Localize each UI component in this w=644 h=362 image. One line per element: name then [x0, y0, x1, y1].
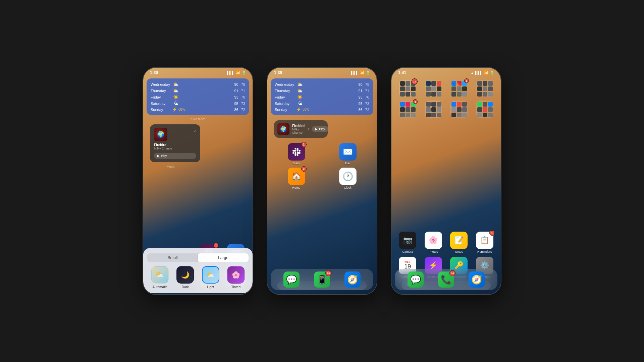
app-photos[interactable]: 🌸 Photos [425, 232, 442, 253]
notes-icon[interactable]: 📝 [450, 232, 468, 249]
weather-row-thu-1: Thursday ⛅ 91 71 [151, 87, 245, 94]
folder-icon-8[interactable] [476, 101, 493, 118]
folder-icon-2[interactable] [425, 80, 442, 97]
weather-day: Wednesday [151, 82, 172, 86]
app-item-home-2[interactable]: 🏠 2 Home [288, 168, 305, 189]
style-automatic[interactable]: ⛅ Automatic [151, 266, 169, 289]
reminders-badge: 1 [489, 230, 495, 236]
mail-icon-2[interactable]: ✉️ [339, 143, 357, 161]
phone3-content: 17 f [391, 76, 501, 293]
size-large-btn[interactable]: Large [198, 253, 249, 262]
music-widget-1[interactable]: 🌍 ♪ Firebird Milky Chance ▶ Play [150, 124, 200, 162]
folder-badge-3: 1 [464, 78, 469, 83]
music-play-button-1[interactable]: ▶ Play [154, 153, 196, 159]
clock-icon-2[interactable]: 🕐 [339, 168, 357, 185]
weather-row-sat-1: Saturday 🌤 95 73 [151, 100, 245, 107]
folder-row-2: 1 [391, 101, 501, 118]
app-reminders[interactable]: 📋 1 Reminders [476, 232, 493, 253]
status-bar-3: 1:41 ▲ ▌▌▌ 📶 🔋 [391, 68, 501, 76]
phone-badge-3: 18 [449, 270, 455, 276]
folder-icon-4[interactable] [476, 80, 493, 97]
folder-1[interactable]: 17 [399, 80, 416, 97]
music-text-2: Firebird Milky Chance [292, 124, 305, 134]
slack-icon-2[interactable]: 1 [288, 143, 305, 161]
folder-icon-1[interactable]: 17 [399, 80, 416, 97]
folder-2[interactable] [425, 80, 442, 97]
wifi-icon-3: 📶 [484, 70, 489, 75]
automatic-label: Automatic [153, 285, 167, 289]
size-small-btn[interactable]: Small [147, 253, 198, 262]
style-tinted[interactable]: 🌸 Tinted [227, 266, 245, 289]
reminders-icon[interactable]: 📋 1 [476, 232, 493, 249]
weather-row-sun-1: Sunday ⚡ 68% 86 72 [151, 107, 245, 112]
app-item-mail-2[interactable]: ✉️ Mail [339, 143, 357, 165]
weather-widget-1[interactable]: Wednesday ⛅ 90 75 Thursday ⛅ 91 71 Frida… [147, 78, 249, 115]
folder-7[interactable] [450, 101, 468, 118]
light-preview[interactable]: ⛅ [202, 266, 219, 284]
app-label-mail-2: Mail [345, 162, 351, 165]
tinted-label: Tinted [231, 285, 240, 289]
folder-6[interactable] [425, 101, 442, 118]
signal-icon-2: ▌▌▌ [351, 71, 358, 75]
app-item-slack-2[interactable]: 1 Slack [288, 143, 305, 165]
weather-temps: 90 75 [234, 82, 246, 86]
music-info-1: Firebird Milky Chance [154, 143, 196, 150]
carrot-label-1: CARROT [143, 118, 253, 121]
music-widget-2[interactable]: 🌍 Firebird Milky Chance ♪ ▶ Play [274, 120, 328, 138]
folder-4[interactable] [476, 80, 493, 97]
style-dark[interactable]: 🌙 Dark [176, 266, 194, 289]
time-2: 1:39 [274, 70, 282, 75]
folder-badge-1: 17 [412, 78, 418, 84]
app-notes[interactable]: 📝 Notes [450, 232, 468, 253]
music-widget-2-container: 🌍 Firebird Milky Chance ♪ ▶ Play [271, 119, 373, 139]
battery-icon-2: 🔋 [366, 71, 370, 75]
style-light[interactable]: ⛅ Light [202, 266, 219, 289]
phone-icon-2[interactable]: 📱 18 [314, 272, 330, 288]
camera-icon[interactable]: 📷 [399, 232, 416, 249]
size-toggle-1[interactable]: Small Large [147, 253, 249, 262]
weather-row-thu-2: Thursday ⛅ 91 71 [275, 87, 369, 94]
status-icons-1: ▌▌▌ 📶 🔋 [227, 70, 246, 75]
album-art-2: 🌍 [277, 123, 289, 135]
app-label-clock-2: Clock [344, 186, 352, 189]
app-label-camera: Camera [402, 250, 413, 253]
photos-icon[interactable]: 🌸 [425, 232, 442, 249]
folder-8[interactable] [476, 101, 493, 118]
folder-icon-3[interactable]: f 1 [450, 80, 468, 97]
weather-widget-2[interactable]: Wednesday ⛅ 90 75 Thursday ⛅ 91 71 Frida… [271, 78, 373, 115]
phone-badge-2: 18 [325, 270, 331, 276]
apps-row-2a: 1 Slack ✉️ Mail [267, 143, 377, 165]
folder-5[interactable]: 1 [399, 101, 416, 118]
folder-icon-7[interactable] [450, 101, 468, 118]
home-icon-2[interactable]: 🏠 2 [288, 168, 305, 185]
weather-row-wed-2: Wednesday ⛅ 90 75 [275, 81, 369, 87]
slack-badge-2: 1 [301, 142, 307, 147]
play-triangle-icon-2: ▶ [315, 127, 318, 131]
messages-icon-2[interactable]: 💬 [283, 272, 300, 288]
folder-icon-6[interactable] [425, 101, 442, 118]
dark-preview[interactable]: 🌙 [176, 266, 194, 284]
dark-label: Dark [182, 285, 189, 289]
app-camera[interactable]: 📷 Camera [399, 232, 416, 253]
weather-row-fri-1: Friday ☀️ 93 70 [151, 94, 245, 100]
folder-icon-5[interactable]: 1 [399, 101, 416, 118]
signal-icon-3: ▌▌▌ [475, 71, 482, 75]
app-label-photos: Photos [429, 250, 438, 253]
app-item-clock-2[interactable]: 🕐 Clock [339, 168, 357, 189]
music-play-button-2[interactable]: ▶ Play [312, 126, 328, 132]
tinted-preview[interactable]: 🌸 [227, 266, 245, 284]
music-artist-2: Milky Chance [292, 128, 305, 134]
location-icon: ▲ [471, 71, 474, 75]
battery-icon-3: 🔋 [490, 71, 494, 75]
wifi-icon-2: 📶 [360, 70, 365, 75]
folder-3[interactable]: f 1 [450, 80, 468, 97]
wifi-icon: 📶 [235, 70, 240, 75]
phone-icon-3[interactable]: 📞 18 [438, 272, 454, 288]
safari-icon-2[interactable]: 🧭 [344, 272, 361, 288]
music-title-1: Firebird [154, 143, 196, 147]
music-title-2: Firebird [292, 124, 305, 128]
messages-icon-3[interactable]: 💬 [408, 272, 424, 288]
automatic-preview[interactable]: ⛅ [151, 266, 169, 284]
signal-icon: ▌▌▌ [227, 71, 234, 75]
safari-icon-3[interactable]: 🧭 [469, 272, 485, 288]
